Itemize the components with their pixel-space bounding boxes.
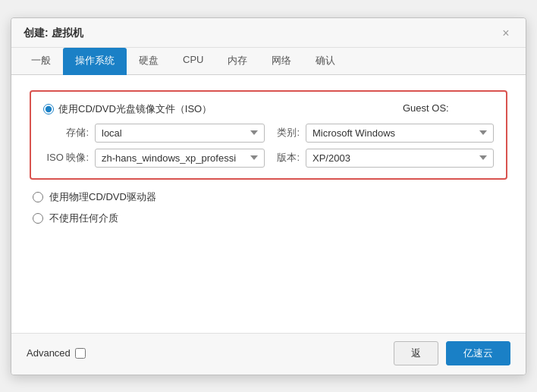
type-label: 类别:: [272, 126, 300, 140]
storage-select[interactable]: local local-lvm: [95, 124, 265, 143]
iso-label: ISO 映像:: [43, 151, 89, 165]
dialog-title: 创建: 虚拟机: [24, 27, 83, 40]
tab-disk[interactable]: 硬盘: [127, 48, 171, 75]
iso-section: 使用CD/DVD光盘镜像文件（ISO） Guest OS: 存储: local …: [30, 90, 507, 180]
storage-row: 存储: local local-lvm: [43, 124, 265, 143]
tab-confirm[interactable]: 确认: [303, 48, 347, 75]
left-fields: 存储: local local-lvm ISO 映像: zh-hans_wind…: [43, 124, 265, 168]
close-button[interactable]: ×: [498, 26, 513, 41]
version-row: 版本: XP/2003 Vista/2008 7/2008R2 8/2012 1…: [272, 149, 494, 168]
advanced-checkbox[interactable]: [75, 348, 86, 359]
advanced-area: Advanced: [27, 347, 86, 359]
next-button[interactable]: 亿速云: [446, 341, 510, 365]
iso-row: ISO 映像: zh-hans_windows_xp_professi: [43, 149, 265, 168]
dialog-body: 使用CD/DVD光盘镜像文件（ISO） Guest OS: 存储: local …: [11, 75, 526, 333]
no-media-label[interactable]: 不使用任何介质: [33, 212, 507, 225]
tab-network[interactable]: 网络: [259, 48, 303, 75]
tab-memory[interactable]: 内存: [215, 48, 259, 75]
section-fields: 存储: local local-lvm ISO 映像: zh-hans_wind…: [43, 124, 494, 168]
physical-dvd-radio[interactable]: [33, 192, 43, 202]
no-media-radio[interactable]: [33, 213, 43, 224]
iso-option-label[interactable]: 使用CD/DVD光盘镜像文件（ISO）: [43, 102, 403, 116]
other-options: 使用物理CD/DVD驱动器 不使用任何介质: [30, 190, 507, 225]
guest-os-title: Guest OS:: [403, 102, 494, 114]
iso-radio[interactable]: [43, 104, 54, 114]
tab-cpu[interactable]: CPU: [171, 48, 215, 75]
advanced-label: Advanced: [27, 347, 71, 359]
version-label: 版本:: [272, 151, 300, 165]
dialog-footer: Advanced 返 亿速云: [11, 333, 526, 375]
create-vm-dialog: 创建: 虚拟机 × 一般 操作系统 硬盘 CPU 内存 网络 确认 使用CD/D…: [11, 17, 526, 375]
dialog-header: 创建: 虚拟机 ×: [11, 18, 526, 48]
tab-os[interactable]: 操作系统: [63, 48, 127, 75]
back-button[interactable]: 返: [394, 341, 438, 365]
physical-dvd-label[interactable]: 使用物理CD/DVD驱动器: [33, 190, 507, 204]
tab-general[interactable]: 一般: [19, 48, 63, 75]
iso-select[interactable]: zh-hans_windows_xp_professi: [95, 149, 265, 168]
tab-bar: 一般 操作系统 硬盘 CPU 内存 网络 确认: [11, 48, 526, 75]
type-row: 类别: Microsoft Windows Linux Other: [272, 124, 494, 143]
storage-label: 存储:: [43, 126, 89, 140]
section-top: 使用CD/DVD光盘镜像文件（ISO） Guest OS:: [43, 102, 494, 116]
version-select[interactable]: XP/2003 Vista/2008 7/2008R2 8/2012 10/20…: [306, 149, 494, 168]
right-fields: 类别: Microsoft Windows Linux Other 版本: XP…: [272, 124, 494, 168]
type-select[interactable]: Microsoft Windows Linux Other: [306, 124, 494, 143]
